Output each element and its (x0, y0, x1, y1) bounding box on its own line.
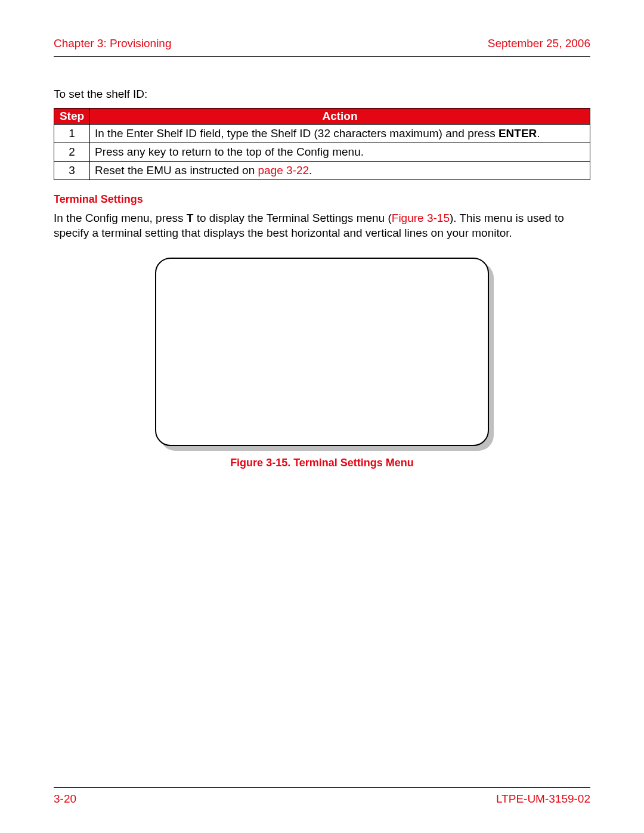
table-row: 3 Reset the EMU as instructed on page 3-… (54, 161, 590, 179)
running-footer: 3-20 LTPE-UM-3159-02 (54, 792, 590, 806)
header-rule (54, 56, 590, 57)
col-header-step: Step (54, 108, 90, 124)
section-heading: Terminal Settings (54, 193, 590, 206)
step-action: In the Enter Shelf ID field, type the Sh… (90, 124, 590, 143)
document-page: Chapter 3: Provisioning September 25, 20… (0, 0, 644, 833)
page-link[interactable]: page 3-22 (258, 164, 309, 176)
chapter-label: Chapter 3: Provisioning (54, 37, 172, 50)
figure-link[interactable]: Figure 3-15 (392, 212, 450, 224)
intro-text: To set the shelf ID: (54, 86, 590, 102)
figure-caption: Figure 3-15. Terminal Settings Menu (230, 457, 414, 469)
step-number: 1 (54, 124, 90, 143)
footer-rule (54, 787, 590, 788)
page-number: 3-20 (54, 792, 76, 806)
step-action: Reset the EMU as instructed on page 3-22… (90, 161, 590, 179)
section-paragraph: In the Config menu, press T to display t… (54, 210, 590, 241)
col-header-action: Action (90, 108, 590, 124)
running-header: Chapter 3: Provisioning September 25, 20… (54, 37, 590, 50)
step-number: 2 (54, 143, 90, 161)
step-action: Press any key to return to the top of th… (90, 143, 590, 161)
figure-placeholder (155, 258, 489, 446)
steps-table: Step Action 1 In the Enter Shelf ID fiel… (54, 108, 590, 180)
step-number: 3 (54, 161, 90, 179)
document-id: LTPE-UM-3159-02 (496, 792, 590, 806)
figure-frame (155, 258, 489, 446)
table-row: 2 Press any key to return to the top of … (54, 143, 590, 161)
figure: Figure 3-15. Terminal Settings Menu (54, 258, 590, 469)
header-date: September 25, 2006 (488, 37, 590, 50)
table-row: 1 In the Enter Shelf ID field, type the … (54, 124, 590, 143)
